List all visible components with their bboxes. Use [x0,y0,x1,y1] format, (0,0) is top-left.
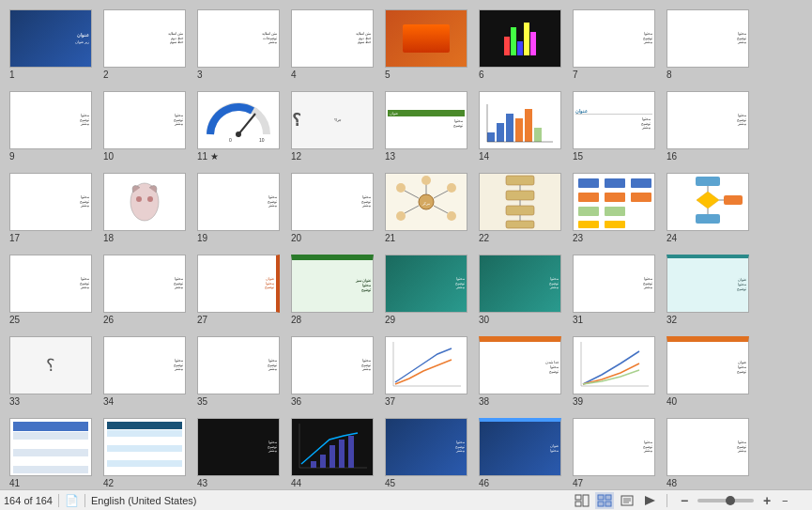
slide-item[interactable]: 18 [103,173,186,243]
slide-thumb: عنوانمحتواتوضیح [197,255,280,313]
slide-thumb [385,9,467,68]
slide-item[interactable]: مرکز 21 [385,173,467,243]
normal-view-button[interactable] [573,492,591,509]
slide-item[interactable]: محتواتوضیحبیشتر 10 [103,91,186,162]
svg-rect-35 [578,193,599,202]
slide-thumb: ؟ چرا؟ [291,91,374,149]
slide-item[interactable]: محتواتوضیحبیشتر 29 [385,255,467,325]
svg-rect-86 [605,502,611,506]
svg-rect-84 [605,495,611,500]
slide-item[interactable]: 42 [103,418,186,488]
slide-item[interactable]: 0 10 11 ★ [197,91,280,162]
svg-point-22 [396,211,406,221]
slide-item[interactable]: محتواتوضیحبیشتر 16 [666,91,749,162]
zoom-out-button[interactable]: − [675,492,694,509]
slide-item[interactable]: محتواتوضیحبیشتر 26 [103,255,186,325]
slide-item[interactable]: محتواتوضیحبیشتر 19 [197,173,280,243]
slide-item[interactable]: محتواتوضیحبیشتر 47 [573,418,655,488]
slideshow-button[interactable] [640,492,659,509]
slide-grid-container[interactable]: عنوان زیر عنوان 1 متن اسلایدخط دومخط سوم… [0,0,812,489]
slide-sorter-button[interactable] [595,492,614,509]
slide-label: 15 [573,151,655,162]
slide-thumb [479,173,561,231]
slide-thumb [291,418,374,476]
slide-label: 22 [479,233,561,243]
svg-rect-72 [329,445,335,468]
slide-item[interactable]: محتواتوضیحبیشتر 48 [666,418,749,488]
slide-item[interactable]: محتواتوضیحبیشتر 36 [291,336,374,407]
slide-item[interactable]: 37 [385,336,467,407]
slide-item[interactable]: محتواتوضیحبیشتر 20 [291,173,374,243]
slide-item[interactable]: محتواتوضیحبیشتر 45 [385,418,467,488]
slide-item[interactable]: عنوان محتواتوضیحبیشتر 15 [573,91,655,162]
slide-label: 43 [197,478,280,488]
slide-label: 9 [9,151,92,162]
slide-label: 34 [103,396,186,407]
slide-thumb [573,336,655,394]
slide-label: 47 [573,478,655,488]
status-divider2 [84,494,85,507]
slide-label: 5 [385,70,467,80]
slide-item[interactable]: محتواتوضیحبیشتر 35 [197,336,280,407]
slide-item[interactable]: محتواتوضیحبیشتر 7 [573,9,655,80]
slide-item[interactable]: محتواتوضیحبیشتر 43 [197,418,280,488]
slide-label: 39 [573,396,655,407]
slide-item[interactable]: محتواتوضیحبیشتر 34 [103,336,186,407]
slide-item[interactable]: محتواتوضیحبیشتر 9 [9,91,92,162]
slide-item[interactable]: ؟ 33 [9,336,92,407]
slide-thumb: عنوان سبزمحتواتوضیح [291,255,374,313]
slide-item[interactable]: متن اسلایدخط دومخط سوم 4 [291,9,374,80]
reading-view-button[interactable] [618,492,636,509]
slide-item[interactable]: محتواتوضیحبیشتر 17 [9,173,92,243]
svg-line-23 [434,191,448,198]
slide-item[interactable]: عنوان سبزمحتواتوضیح 28 [291,255,374,325]
document-icon: 📄 [65,494,79,507]
svg-rect-31 [506,206,534,215]
status-left: 164 of 164 📄 English (United States) [4,494,565,507]
slide-thumb: عنوانمحتواتوضیح [666,336,749,394]
svg-rect-6 [506,114,513,142]
slide-item[interactable]: عنوانمحتواتوضیح 32 [666,255,749,325]
svg-line-25 [434,206,448,213]
slide-item[interactable]: 14 [479,91,561,162]
slide-item[interactable]: 23 [573,173,655,243]
slide-item[interactable]: جدا شدنمحتواتوضیح 38 [479,336,561,407]
slide-item[interactable]: 22 [479,173,561,243]
slide-thumb [103,418,186,476]
slide-item[interactable]: 44 [291,418,374,488]
slide-label: 21 [385,233,467,243]
slide-item[interactable]: 6 [479,9,561,80]
zoom-divider [666,494,667,507]
slide-thumb: محتواتوضیحبیشتر [197,173,280,231]
slide-label: 13 [385,151,467,162]
slide-item[interactable]: 5 [385,9,467,80]
slide-item[interactable]: عنوان زیر عنوان 1 [9,9,92,80]
zoom-in-button[interactable]: + [758,492,776,509]
slide-label: 40 [666,396,749,407]
slide-item[interactable]: متن اسلایدتوضیحاتبیشتر 3 [197,9,280,80]
language-indicator[interactable]: English (United States) [91,495,197,506]
slide-item[interactable]: عنوانمحتواتوضیح 40 [666,336,749,407]
slide-thumb: محتواتوضیحبیشتر [666,91,749,149]
svg-rect-8 [525,109,532,142]
slide-label: 25 [9,315,92,325]
slide-item[interactable]: 41 [9,418,92,488]
slide-item[interactable]: محتواتوضیحبیشتر 25 [9,255,92,325]
slide-label: 4 [291,70,374,80]
slide-item[interactable]: عنوانمحتوا 46 [479,418,561,488]
zoom-slider[interactable] [697,499,754,502]
slide-label: 12 [291,151,374,162]
slide-thumb: محتواتوضیحبیشتر [291,173,374,231]
slide-item[interactable]: عنوان محتواتوضیح 13 [385,91,467,162]
slide-label: 28 [291,315,374,325]
slide-item[interactable]: 39 [573,336,655,407]
slide-item[interactable]: محتواتوضیحبیشتر 30 [479,255,561,325]
zoom-percent: − [782,495,808,506]
slide-item[interactable]: ؟ چرا؟ 12 [291,91,374,162]
slide-item[interactable]: عنوانمحتواتوضیح 27 [197,255,280,325]
slide-item[interactable]: محتواتوضیحبیشتر 8 [666,9,749,80]
slide-item[interactable]: 24 [666,173,749,243]
slide-item[interactable]: محتواتوضیحبیشتر 31 [573,255,655,325]
slide-item[interactable]: متن اسلایدخط دومخط سوم 2 [103,9,186,80]
svg-text:0: 0 [229,137,232,143]
